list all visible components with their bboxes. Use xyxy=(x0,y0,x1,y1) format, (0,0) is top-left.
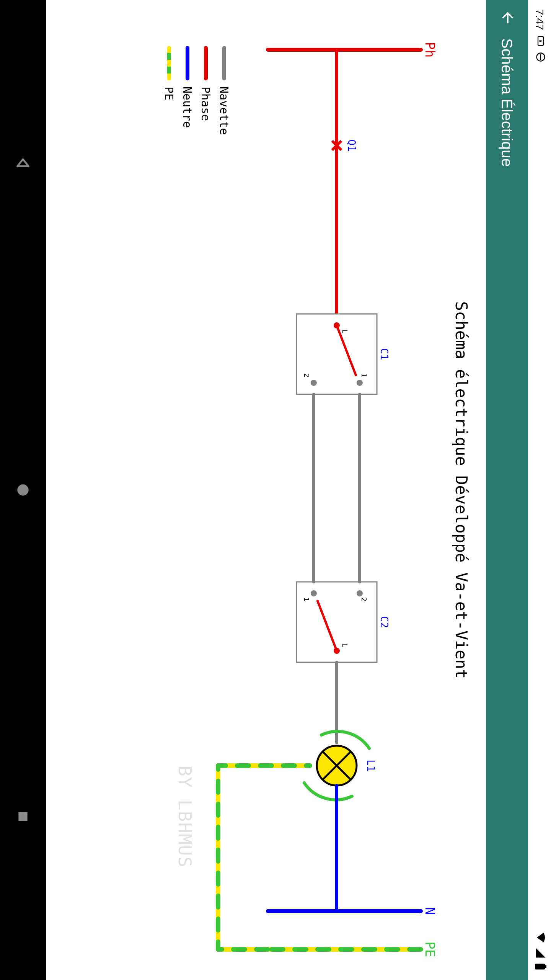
pe-label: PE xyxy=(422,942,436,957)
svg-text:A: A xyxy=(538,39,543,42)
keyboard-icon: A xyxy=(533,36,546,46)
svg-point-26 xyxy=(17,484,28,495)
nav-recent-button[interactable] xyxy=(11,805,34,828)
svg-text:1: 1 xyxy=(360,373,368,377)
q1-label: Q1 xyxy=(346,139,357,151)
n-label: N xyxy=(422,907,436,915)
legend-navette: Navette xyxy=(215,46,233,135)
svg-rect-4 xyxy=(535,964,545,970)
c2-label: C2 xyxy=(378,616,390,628)
pe-wire xyxy=(218,766,310,949)
ph-label: Ph xyxy=(422,42,436,58)
android-nav-bar xyxy=(0,0,46,980)
status-time: 7:47 xyxy=(533,9,546,30)
svg-text:2: 2 xyxy=(303,373,311,377)
app-title: Schéma Électrique xyxy=(499,38,516,167)
nav-back-button[interactable] xyxy=(11,152,34,175)
battery-icon xyxy=(533,962,547,971)
svg-text:L: L xyxy=(341,329,349,333)
app-bar: Schéma Électrique xyxy=(486,0,528,980)
diagram-title: Schéma électrique Développé Va-et-Vient xyxy=(452,301,471,679)
watermark: BY LBHMUS xyxy=(174,766,195,868)
legend-pe: PE xyxy=(160,46,178,135)
wifi-icon xyxy=(533,932,547,943)
legend: Navette Phase Neutre PE xyxy=(160,46,233,135)
legend-neutre: Neutre xyxy=(178,46,197,135)
svg-rect-5 xyxy=(545,965,547,968)
back-button[interactable] xyxy=(498,9,516,26)
svg-point-17 xyxy=(311,590,317,596)
status-bar: 7:47 A xyxy=(528,0,551,980)
svg-point-16 xyxy=(357,590,363,596)
svg-point-11 xyxy=(311,380,317,386)
l1-label: L1 xyxy=(365,760,377,771)
c1-label: C1 xyxy=(378,348,390,360)
diagram-content: Schéma électrique Développé Va-et-Vient … xyxy=(46,0,486,980)
dnd-icon xyxy=(533,52,546,62)
svg-text:1: 1 xyxy=(303,597,311,601)
diagram-svg: Ph N PE Q1 C1 L xyxy=(92,0,436,980)
svg-rect-27 xyxy=(18,812,27,821)
svg-point-10 xyxy=(357,380,363,386)
svg-text:L: L xyxy=(341,643,349,647)
nav-home-button[interactable] xyxy=(11,479,34,501)
svg-text:2: 2 xyxy=(360,597,368,601)
signal-icon xyxy=(533,947,547,959)
legend-phase: Phase xyxy=(197,46,215,135)
